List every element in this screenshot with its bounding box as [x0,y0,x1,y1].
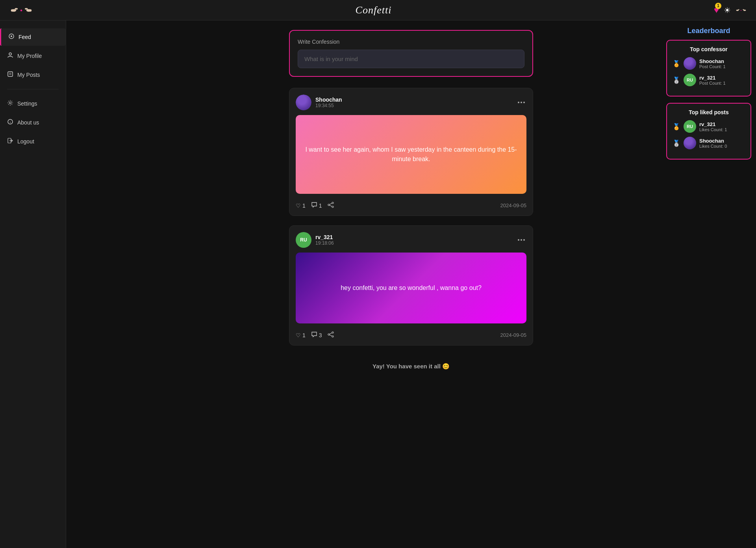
svg-rect-17 [8,72,13,76]
svg-rect-9 [738,9,739,10]
sidebar-item-feed[interactable]: Feed [0,28,66,46]
share-button[interactable] [328,202,334,209]
avatar: RU [684,120,696,133]
sidebar-divider [7,89,59,89]
menu-dot [521,239,522,241]
svg-point-25 [332,202,334,204]
svg-text:i: i [10,120,11,124]
svg-line-29 [330,205,332,206]
rank-1-icon: 🏅 [673,123,680,130]
avatar [684,57,696,70]
sidebar-feed-label: Feed [19,34,31,40]
leaderboard-user-info: rv_321 Post Count: 1 [699,75,726,85]
leaderboard-user-info: Shoochan Post Count: 1 [699,58,726,69]
heart-icon: ♡ [296,202,301,209]
post-header: Shoochan 19:34:55 [296,95,526,110]
sun-button[interactable]: ☀ [724,6,731,15]
nav-icons: ♥ 1 ☀ [714,5,747,15]
confession-image: I want to see her again, whom I saw yest… [296,115,526,194]
like-button[interactable]: ♡ 1 [296,202,306,209]
top-confessor-card: Top confessor 🏅 Shoochan Post Count: 1 🥈… [666,40,751,97]
avatar: RU [684,74,696,86]
menu-dot [523,239,525,241]
like-count: 1 [302,202,306,209]
sidebar-item-about-us[interactable]: i About us [0,114,66,131]
confession-image-text: hey confetti, you are so wonderful , wan… [341,283,482,293]
svg-point-16 [9,53,11,55]
avatar [684,137,696,149]
settings-icon [7,100,13,108]
feed-icon [8,33,15,41]
svg-point-26 [328,204,330,206]
avatar-initials: RU [687,78,693,82]
share-icon [328,331,334,339]
confession-input[interactable] [298,50,524,68]
confession-box: Write Confession [289,30,533,77]
confession-label: Write Confession [298,39,524,45]
post-card: RU rv_321 19:18:06 hey confetti, you are… [289,225,533,346]
sidebar-item-logout[interactable]: Logout [0,133,66,150]
right-panel: Leaderboard Top confessor 🏅 Shoochan Pos… [662,20,756,172]
svg-rect-8 [736,9,739,11]
svg-line-28 [330,203,332,204]
comment-count: 1 [319,202,322,209]
seen-all-text: Yay! You have seen it all 😊 [372,363,450,370]
post-username: rv_321 [315,234,334,240]
top-liked-card: Top liked posts 🏅 RU rv_321 Likes Count:… [666,103,751,160]
leaderboard-username: rv_321 [699,75,726,81]
heart-button[interactable]: ♥ 1 [714,5,719,15]
hands-logo-icon [9,4,33,16]
comment-button[interactable]: 1 [311,202,322,209]
post-menu-button[interactable] [516,238,526,242]
sidebar: Feed My Profile My Posts Settings i Ab [0,20,66,548]
sidebar-item-my-posts[interactable]: My Posts [0,66,66,84]
post-footer: ♡ 1 3 2024-09-05 [296,328,526,339]
top-navigation: Confetti ♥ 1 ☀ [0,0,756,20]
leaderboard-subtext: Post Count: 1 [699,81,726,85]
post-card: Shoochan 19:34:55 I want to see her agai… [289,88,533,216]
post-time: 19:18:06 [315,240,334,246]
leaderboard-subtext: Likes Count: 0 [699,144,727,149]
post-user: Shoochan 19:34:55 [296,95,342,110]
posts-icon [7,71,13,79]
sidebar-logout-label: Logout [17,138,34,145]
leaderboard-subtext: Post Count: 1 [699,64,726,69]
sidebar-settings-label: Settings [17,100,37,107]
avatar-initials: RU [687,124,693,129]
comment-count: 3 [319,332,322,338]
about-icon: i [7,119,13,126]
profile-icon [7,52,13,60]
svg-line-33 [330,333,332,334]
leaderboard-title: Leaderboard [666,27,751,35]
logout-icon [7,137,13,145]
avatar-initials: RU [300,237,307,243]
user-menu-button[interactable] [736,7,747,13]
share-button[interactable] [328,331,334,339]
post-menu-button[interactable] [516,100,526,105]
menu-dot [521,102,522,103]
svg-rect-4 [27,9,32,11]
comment-icon [311,331,317,339]
svg-rect-12 [743,9,744,10]
leaderboard-username: Shoochan [699,58,726,64]
main-content: Write Confession Shoochan 19:34:55 [66,20,756,548]
sidebar-myposts-label: My Posts [17,72,40,78]
leaderboard-username: rv_321 [699,121,727,127]
svg-rect-5 [25,8,28,9]
like-button[interactable]: ♡ 1 [296,332,306,338]
leaderboard-username: Shoochan [699,138,727,144]
post-actions: ♡ 1 1 [296,202,334,209]
post-username: Shoochan [315,97,342,103]
post-footer: ♡ 1 1 2024-09-05 [296,199,526,209]
heart-icon: ♡ [296,332,301,338]
post-date: 2024-09-05 [500,332,527,338]
comment-icon [311,202,317,209]
comment-button[interactable]: 3 [311,331,322,339]
avatar [296,95,311,110]
post-user-info: Shoochan 19:34:55 [315,97,342,108]
top-liked-title: Top liked posts [673,109,745,115]
post-header: RU rv_321 19:18:06 [296,232,526,248]
sidebar-item-my-profile[interactable]: My Profile [0,47,66,65]
sidebar-item-settings[interactable]: Settings [0,95,66,112]
rank-1-icon: 🏅 [673,60,680,67]
